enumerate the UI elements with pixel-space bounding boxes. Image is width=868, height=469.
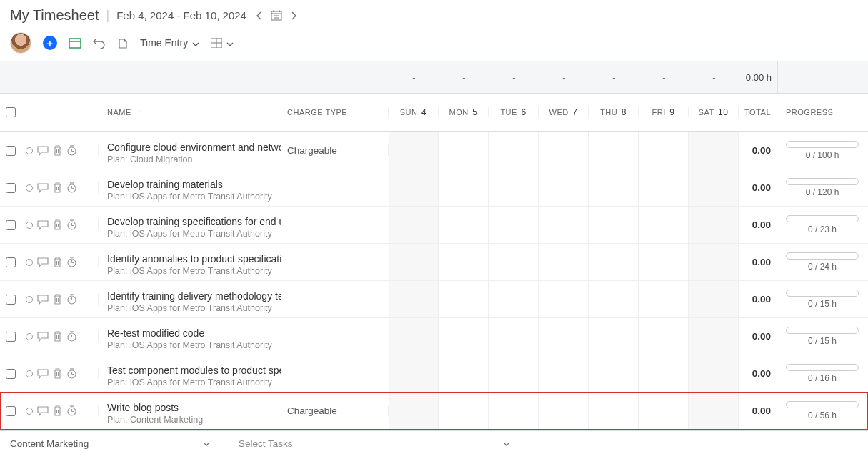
delete-icon[interactable] [53, 294, 62, 305]
cell-fri[interactable] [639, 281, 689, 317]
delete-icon[interactable] [53, 145, 62, 156]
cell-wed[interactable] [539, 355, 589, 392]
comment-icon[interactable] [37, 406, 49, 416]
cell-sat[interactable] [689, 281, 739, 317]
cell-mon[interactable] [439, 318, 489, 355]
cell-wed[interactable] [539, 207, 589, 243]
col-sat[interactable]: Sat 10 [689, 107, 739, 117]
cell-mon[interactable] [439, 169, 489, 206]
table-row[interactable]: Develop training specifications for end … [0, 207, 868, 244]
cell-sat[interactable] [689, 207, 739, 243]
cell-wed[interactable] [539, 281, 589, 317]
col-total-label[interactable]: Total [739, 108, 777, 117]
row-checkbox[interactable] [6, 257, 16, 267]
col-sun[interactable]: Sun 4 [389, 107, 439, 117]
cell-tue[interactable] [489, 132, 539, 169]
cell-sat[interactable] [689, 244, 739, 280]
prev-week-button[interactable] [256, 11, 262, 20]
cell-fri[interactable] [639, 207, 689, 243]
sort-asc-icon[interactable]: ↑ [137, 108, 141, 117]
status-dot[interactable] [26, 147, 33, 154]
cell-tue[interactable] [489, 355, 539, 392]
task-name[interactable]: Re-test modified code [107, 327, 281, 339]
status-dot[interactable] [26, 370, 33, 377]
col-mon[interactable]: Mon 5 [439, 107, 489, 117]
comment-icon[interactable] [37, 146, 49, 156]
cell-mon[interactable] [439, 207, 489, 243]
calendar-icon[interactable] [271, 10, 282, 21]
cell-fri[interactable] [639, 132, 689, 169]
next-week-button[interactable] [291, 11, 296, 20]
cell-sat[interactable] [689, 169, 739, 206]
cell-tue[interactable] [489, 393, 539, 429]
cell-sat[interactable] [689, 318, 739, 355]
task-name[interactable]: Configure cloud environment and network [107, 142, 281, 153]
cell-tue[interactable] [489, 281, 539, 317]
cell-thu[interactable] [589, 132, 639, 169]
avatar[interactable] [10, 32, 31, 54]
cell-mon[interactable] [439, 244, 489, 280]
undo-icon[interactable] [93, 37, 106, 49]
comment-icon[interactable] [37, 295, 49, 305]
entry-mode-dropdown[interactable]: Time Entry [140, 37, 199, 49]
timer-icon[interactable] [66, 405, 77, 416]
delete-icon[interactable] [53, 331, 62, 342]
charge-type[interactable]: Chargeable [287, 405, 337, 416]
col-wed[interactable]: Wed 7 [539, 107, 589, 117]
delete-icon[interactable] [53, 219, 62, 230]
row-checkbox[interactable] [6, 146, 16, 156]
col-charge-label[interactable]: Charge Type [281, 108, 389, 117]
cell-sun[interactable] [389, 281, 439, 317]
cell-sun[interactable] [389, 169, 439, 206]
cell-wed[interactable] [539, 132, 589, 169]
col-progress-label[interactable]: Progress [777, 108, 868, 117]
cell-sun[interactable] [389, 132, 439, 169]
cell-fri[interactable] [639, 393, 689, 429]
delete-icon[interactable] [53, 257, 62, 267]
cell-sun[interactable] [389, 393, 439, 429]
select-all-checkbox[interactable] [6, 107, 16, 117]
timer-icon[interactable] [66, 368, 77, 379]
cell-thu[interactable] [589, 207, 639, 243]
cell-tue[interactable] [489, 207, 539, 243]
project-dropdown[interactable]: Content Marketing [10, 438, 210, 449]
week-view-icon[interactable] [69, 37, 81, 49]
table-row[interactable]: Identify anomalies to product specificat… [0, 244, 868, 281]
cell-thu[interactable] [589, 169, 639, 206]
cell-mon[interactable] [439, 132, 489, 169]
cell-sun[interactable] [389, 207, 439, 243]
delete-icon[interactable] [53, 368, 62, 379]
col-fri[interactable]: Fri 9 [639, 107, 689, 117]
cell-thu[interactable] [589, 393, 639, 429]
cell-thu[interactable] [589, 355, 639, 392]
timer-icon[interactable] [66, 257, 77, 267]
row-checkbox[interactable] [6, 295, 16, 305]
layout-dropdown[interactable] [211, 37, 234, 49]
add-button[interactable]: + [43, 36, 57, 50]
task-name[interactable]: Test component modules to product specs [107, 365, 281, 376]
cell-thu[interactable] [589, 318, 639, 355]
cell-mon[interactable] [439, 393, 489, 429]
cell-sun[interactable] [389, 355, 439, 392]
cell-wed[interactable] [539, 393, 589, 429]
status-dot[interactable] [26, 184, 33, 192]
cell-mon[interactable] [439, 281, 489, 317]
cell-sat[interactable] [689, 355, 739, 392]
cell-sat[interactable] [689, 132, 739, 169]
cell-tue[interactable] [489, 244, 539, 280]
comment-icon[interactable] [37, 220, 49, 230]
cell-fri[interactable] [639, 355, 689, 392]
cell-fri[interactable] [639, 244, 689, 280]
row-checkbox[interactable] [6, 406, 16, 416]
cell-sun[interactable] [389, 318, 439, 355]
task-name[interactable]: Identify training delivery methodology t… [107, 290, 281, 302]
status-dot[interactable] [26, 333, 33, 340]
cell-wed[interactable] [539, 244, 589, 280]
table-row[interactable]: Develop training materials Plan: iOS App… [0, 169, 868, 207]
row-checkbox[interactable] [6, 183, 16, 193]
task-name[interactable]: Develop training materials [107, 179, 281, 190]
task-name[interactable]: Identify anomalies to product specificat… [107, 253, 281, 265]
status-dot[interactable] [26, 408, 33, 415]
cell-wed[interactable] [539, 169, 589, 206]
col-thu[interactable]: Thu 8 [589, 107, 639, 117]
